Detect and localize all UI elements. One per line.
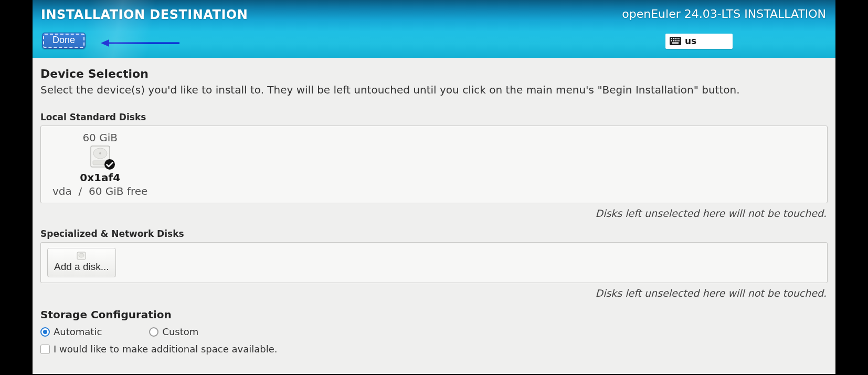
keyboard-layout-indicator[interactable]: us [665, 34, 733, 49]
special-disks-box: Add a disk... [40, 242, 828, 283]
storage-configuration: Storage Configuration Automatic Custom I… [40, 308, 828, 356]
svg-point-18 [104, 159, 115, 170]
svg-rect-7 [679, 38, 680, 39]
svg-marker-1 [101, 39, 109, 47]
done-button[interactable]: Done [42, 33, 86, 49]
spoke-body: Device Selection Select the device(s) yo… [33, 58, 835, 374]
special-disks-label: Specialized & Network Disks [40, 228, 828, 239]
annotation-arrow [101, 38, 179, 48]
svg-rect-10 [675, 40, 676, 41]
radio-custom[interactable]: Custom [149, 326, 198, 337]
keyboard-icon [670, 37, 681, 45]
small-disk-icon [77, 252, 86, 260]
reclaim-space-checkbox[interactable]: I would like to make additional space av… [40, 343, 277, 355]
disk-size: 60 GiB [82, 131, 118, 144]
header-bar: INSTALLATION DESTINATION Done openEuler … [33, 0, 835, 58]
add-a-disk-button[interactable]: Add a disk... [47, 248, 116, 277]
device-selection-title: Device Selection [40, 67, 828, 80]
local-disks-hint: Disks left unselected here will not be t… [40, 207, 827, 219]
disk-model: 0x1af4 [80, 171, 120, 184]
disk-detail: vda / 60 GiB free [52, 185, 147, 197]
device-selection-help: Select the device(s) you'd like to insta… [40, 84, 828, 96]
radio-unselected-icon [149, 327, 158, 337]
check-circle-icon [104, 159, 115, 170]
svg-rect-3 [671, 38, 672, 39]
page-title: INSTALLATION DESTINATION [41, 7, 248, 22]
radio-custom-label: Custom [162, 326, 198, 337]
installer-window: INSTALLATION DESTINATION Done openEuler … [33, 0, 835, 374]
svg-rect-4 [673, 38, 674, 39]
radio-automatic-label: Automatic [54, 326, 102, 337]
add-a-disk-label: Add a disk... [54, 261, 109, 273]
svg-point-16 [99, 152, 101, 154]
svg-rect-13 [672, 43, 679, 44]
svg-rect-12 [679, 40, 680, 41]
storage-radio-row: Automatic Custom [40, 326, 828, 337]
product-line: openEuler 24.03-LTS INSTALLATION [622, 7, 826, 20]
svg-rect-9 [673, 40, 674, 41]
special-disks-hint: Disks left unselected here will not be t… [40, 287, 827, 299]
svg-rect-11 [676, 40, 678, 41]
svg-rect-5 [675, 38, 676, 39]
keyboard-layout-text: us [685, 36, 696, 46]
svg-rect-8 [671, 40, 672, 41]
harddrive-icon [87, 145, 113, 169]
local-disks-box: 60 GiB 0x1af4 vda [40, 126, 828, 203]
radio-automatic[interactable]: Automatic [40, 326, 102, 337]
checkbox-unchecked-icon [40, 345, 50, 354]
svg-point-20 [79, 253, 84, 257]
reclaim-space-label: I would like to make additional space av… [54, 343, 277, 355]
storage-configuration-title: Storage Configuration [40, 308, 828, 321]
svg-rect-6 [676, 38, 678, 39]
radio-selected-icon [40, 327, 50, 337]
local-disks-label: Local Standard Disks [40, 112, 828, 122]
disk-tile[interactable]: 60 GiB 0x1af4 vda [47, 131, 153, 197]
